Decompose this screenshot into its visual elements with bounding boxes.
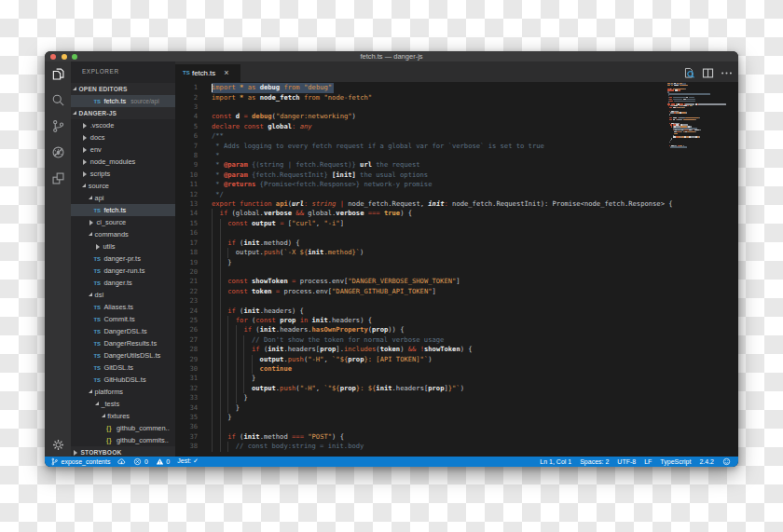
minimap-line — [669, 142, 670, 143]
tree-item-githubdsl-ts[interactable]: TSGitHubDSL.ts — [71, 374, 175, 386]
minimap[interactable] — [667, 83, 731, 251]
code-line-26: 26 if (init.headers.hasOwnProperty(prop)… — [175, 325, 738, 334]
typescript-file-icon: TS — [93, 353, 103, 359]
status-item-encoding[interactable]: UTF-8 — [617, 458, 636, 465]
code-text: import * as node_fetch from "node-fetch" — [212, 93, 372, 102]
source-control-icon — [51, 119, 65, 133]
line-number: 13 — [175, 199, 198, 209]
tree-item-fetch-ts[interactable]: TSfetch.tssource/api — [71, 95, 175, 107]
tab-strip: TS fetch.ts × — [175, 61, 738, 82]
close-tab-icon[interactable]: × — [224, 64, 228, 82]
status-item-language-mode[interactable]: TypeScript — [660, 458, 691, 465]
typescript-file-icon: TS — [93, 365, 103, 371]
section-danger-js[interactable]: DANGER-JS — [71, 107, 175, 119]
minimap-line — [699, 136, 700, 137]
line-number: 36 — [175, 422, 198, 431]
indent-guide — [220, 296, 221, 306]
section-storybook[interactable]: STORYBOOK — [71, 446, 175, 457]
item-label: .vscode — [90, 121, 114, 130]
minimap-line — [681, 85, 688, 86]
tree-item-fixtures[interactable]: fixtures — [71, 410, 175, 422]
typescript-file-icon: TS — [93, 256, 103, 262]
section-open-editors[interactable]: OPEN EDITORS — [71, 83, 175, 95]
line-number: 5 — [175, 122, 198, 131]
status-bar-left: expose_contents00Jest: ✓ — [50, 457, 199, 466]
minimap-line — [669, 119, 672, 120]
line-number: 21 — [175, 277, 198, 286]
minimap-line — [668, 93, 710, 94]
status-item-cursor-position[interactable]: Ln 1, Col 1 — [540, 458, 571, 465]
tree-item-commands[interactable]: commands — [71, 228, 175, 240]
more-actions-icon[interactable] — [721, 67, 733, 79]
tree-item-docs[interactable]: docs — [71, 131, 175, 143]
code-line-2: 2import * as node_fetch from "node-fetch… — [175, 93, 738, 102]
status-item-feedback[interactable] — [722, 457, 731, 466]
status-item-indentation[interactable]: Spaces: 2 — [580, 458, 609, 465]
item-label: fetch.ts — [103, 97, 126, 105]
tree-item-github-commen-[interactable]: {}github_commen.. — [71, 422, 175, 434]
status-item-sync[interactable] — [117, 457, 126, 466]
item-label: api — [95, 194, 104, 202]
activity-bar-item-settings-gear[interactable] — [45, 431, 71, 457]
tree-item-platforms[interactable]: platforms — [71, 386, 175, 398]
typescript-file-icon: TS — [183, 70, 192, 75]
code-line-23: 23 — [175, 296, 738, 306]
status-item-jest-status[interactable]: Jest: ✓ — [177, 457, 199, 465]
tree-item-dangerdsl-ts[interactable]: TSDangerDSL.ts — [71, 325, 175, 337]
tree-item-env[interactable]: env — [71, 143, 175, 156]
tree-item-utils[interactable]: utils — [71, 240, 175, 252]
activity-bar-item-source-control[interactable] — [45, 113, 71, 139]
code-line-36: 36 — [175, 422, 738, 431]
tree-item-node-modules[interactable]: node_modules — [71, 156, 175, 168]
code-text: output.push(`-X ${init.method}`) — [212, 248, 364, 257]
code-text: if (init.method === "POST") { — [212, 432, 344, 442]
activity-bar-item-search[interactable] — [45, 87, 71, 113]
title-bar[interactable]: fetch.ts — danger-js — [45, 51, 738, 61]
status-item-eol[interactable]: LF — [644, 458, 652, 465]
code-editor[interactable]: 1import * as debug from "debug"2import *… — [175, 82, 738, 457]
tree-item-aliases-ts[interactable]: TSAliases.ts — [71, 301, 175, 313]
status-item-label: Ln 1, Col 1 — [540, 458, 571, 465]
status-item-git-branch[interactable]: expose_contents — [50, 457, 110, 466]
code-line-7: 7 * Adds logging to every fetch request … — [175, 142, 738, 151]
activity-bar-item-explorer[interactable] — [45, 61, 71, 87]
branch-icon — [50, 457, 59, 466]
tree-item-gitdsl-ts[interactable]: TSGitDSL.ts — [71, 361, 175, 374]
minimap-line — [692, 105, 694, 106]
tree-item-danger-pr-ts[interactable]: TSdanger-pr.ts — [71, 252, 175, 265]
item-label: docs — [90, 133, 105, 142]
typescript-file-icon: TS — [93, 208, 103, 213]
open-preview-icon[interactable] — [683, 67, 695, 79]
tree-item-ci-source[interactable]: ci_source — [71, 216, 175, 228]
tree-item--tests[interactable]: _tests — [71, 398, 175, 410]
activity-bar-item-extensions[interactable] — [45, 165, 71, 191]
tree-item--vscode[interactable]: .vscode — [71, 119, 175, 131]
split-editor-icon[interactable] — [702, 67, 714, 79]
activity-bar-item-debug[interactable] — [45, 139, 71, 165]
code-line-5: 5declare const global: any — [175, 122, 738, 131]
line-number: 34 — [175, 403, 198, 413]
tree-item-source[interactable]: source — [71, 180, 175, 192]
item-label: _tests — [101, 400, 119, 408]
item-label: fixtures — [107, 412, 130, 420]
chevron-expanded-icon — [89, 293, 92, 296]
chevron-expanded-icon — [82, 184, 86, 187]
minimap-line — [673, 99, 682, 100]
line-number: 26 — [175, 325, 198, 334]
tree-item-danger-ts[interactable]: TSdanger.ts — [71, 277, 175, 289]
tree-item-dangerutilsdsl-ts[interactable]: TSDangerUtilsDSL.ts — [71, 349, 175, 361]
tree-item-danger-run-ts[interactable]: TSdanger-run.ts — [71, 265, 175, 277]
tree-item-dsl[interactable]: dsl — [71, 289, 175, 301]
line-number: 37 — [175, 432, 198, 442]
tab-fetch-ts[interactable]: TS fetch.ts × — [175, 64, 240, 83]
status-item-errors[interactable]: 0 — [133, 457, 147, 466]
tree-item-api[interactable]: api — [71, 192, 175, 204]
tree-item-fetch-ts[interactable]: TSfetch.ts — [71, 204, 175, 216]
status-item-typescript-version[interactable]: 2.4.2 — [699, 458, 714, 465]
code-text: * @param {fetch.RequestInit} [init] the … — [212, 171, 428, 180]
tree-item-github-commits-[interactable]: {}github_commits.. — [71, 434, 175, 446]
tree-item-scripts[interactable]: scripts — [71, 168, 175, 180]
status-item-warnings[interactable]: 0 — [156, 457, 170, 466]
tree-item-dangerresults-ts[interactable]: TSDangerResults.ts — [71, 337, 175, 349]
tree-item-commit-ts[interactable]: TSCommit.ts — [71, 313, 175, 325]
